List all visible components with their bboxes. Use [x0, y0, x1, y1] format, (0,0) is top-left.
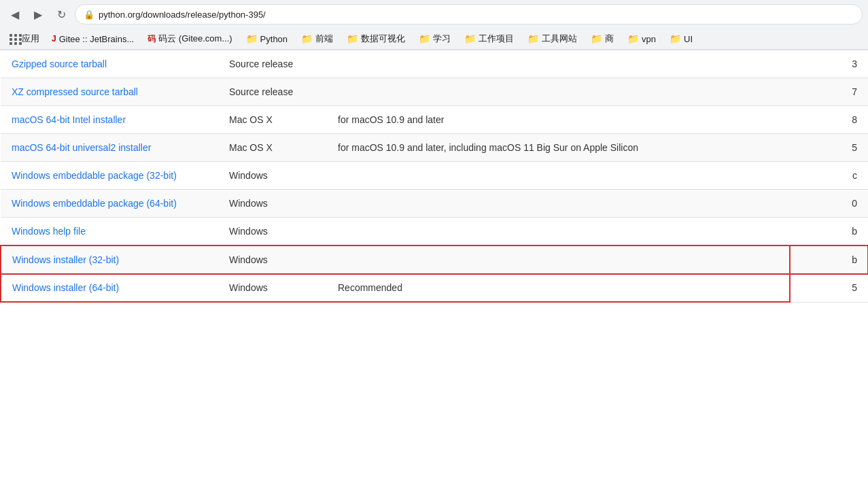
- win-installer32-desc: [327, 245, 790, 274]
- table-row: Gzipped source tarball Source release 3: [1, 50, 868, 78]
- win-installer32-link[interactable]: Windows installer (32-bit): [12, 254, 119, 265]
- table-row: Windows embeddable package (32-bit) Wind…: [1, 162, 868, 190]
- shop-label: 商: [605, 33, 614, 45]
- folder-icon-tools: 📁: [527, 33, 539, 44]
- win-installer64-desc: Recommended: [327, 274, 790, 303]
- download-table: Gzipped source tarball Source release 3 …: [0, 50, 868, 303]
- url-text: python.org/downloads/release/python-395/: [99, 10, 266, 20]
- jetbrains-icon: J: [52, 34, 56, 44]
- table-row: macOS 64-bit Intel installer Mac OS X fo…: [1, 106, 868, 134]
- macos-intel-desc: for macOS 10.9 and later: [327, 106, 790, 134]
- forward-button[interactable]: ▶: [29, 5, 48, 24]
- folder-icon-ui: 📁: [670, 33, 681, 44]
- table-row: Windows installer (64-bit) Windows Recom…: [1, 274, 868, 303]
- macos-intel-os: Mac OS X: [218, 106, 327, 134]
- folder-icon-vpn: 📁: [627, 33, 639, 44]
- win-installer32-size: b: [790, 245, 868, 274]
- bookmark-python[interactable]: 📁 Python: [241, 31, 293, 46]
- bookmarks-bar: 应用 J Gitee :: JetBrains... 码 码云 (Gitee.c…: [0, 29, 868, 50]
- jetbrains-label: Gitee :: JetBrains...: [59, 34, 135, 44]
- win-help-desc: [327, 218, 790, 246]
- ui-label: UI: [684, 34, 693, 44]
- table-row: Windows help file Windows b: [1, 218, 868, 246]
- macos-universal-size: 5: [790, 134, 868, 162]
- macos-intel-size: 8: [790, 106, 868, 134]
- macos-universal-link[interactable]: macOS 64-bit universal2 installer: [12, 142, 151, 153]
- table-row: Windows embeddable package (64-bit) Wind…: [1, 190, 868, 218]
- apps-grid-icon: [10, 34, 19, 44]
- bookmark-tools[interactable]: 📁 工具网站: [522, 31, 583, 47]
- vpn-label: vpn: [642, 34, 656, 44]
- bookmark-ui[interactable]: 📁 UI: [664, 31, 698, 46]
- gzipped-desc: [327, 50, 790, 78]
- apps-button[interactable]: 应用: [5, 31, 44, 47]
- win-embed64-link[interactable]: Windows embeddable package (64-bit): [12, 198, 177, 209]
- gitee-icon: 码: [147, 33, 156, 45]
- bookmark-gitee[interactable]: 码 码云 (Gitee.com...): [142, 31, 237, 47]
- gzipped-size: 3: [790, 50, 868, 78]
- browser-chrome: ◀ ▶ ↻ 🔒 python.org/downloads/release/pyt…: [0, 0, 868, 50]
- folder-icon-shop: 📁: [591, 33, 602, 44]
- lock-icon: 🔒: [84, 10, 94, 20]
- table-row: Windows installer (32-bit) Windows b: [1, 245, 868, 274]
- folder-icon-study: 📁: [419, 33, 430, 44]
- macos-universal-os: Mac OS X: [218, 134, 327, 162]
- gzipped-link[interactable]: Gzipped source tarball: [12, 58, 107, 69]
- win-embed64-desc: [327, 190, 790, 218]
- win-help-os: Windows: [218, 218, 327, 246]
- xz-size: 7: [790, 78, 868, 106]
- refresh-button[interactable]: ↻: [52, 5, 71, 24]
- xz-desc: [327, 78, 790, 106]
- bookmark-jetbrains[interactable]: J Gitee :: JetBrains...: [46, 32, 139, 46]
- win-help-size: b: [790, 218, 868, 246]
- address-bar[interactable]: 🔒 python.org/downloads/release/python-39…: [75, 4, 863, 24]
- win-embed32-os: Windows: [218, 162, 327, 190]
- gzipped-os: Source release: [218, 50, 327, 78]
- win-embed32-size: c: [790, 162, 868, 190]
- win-installer64-link[interactable]: Windows installer (64-bit): [12, 282, 119, 293]
- project-label: 工作项目: [479, 33, 514, 45]
- frontend-label: 前端: [315, 33, 333, 45]
- nav-bar: ◀ ▶ ↻ 🔒 python.org/downloads/release/pyt…: [0, 0, 868, 29]
- win-embed32-desc: [327, 162, 790, 190]
- study-label: 学习: [433, 33, 451, 45]
- win-installer32-os: Windows: [229, 254, 268, 265]
- dataviz-label: 数据可视化: [361, 33, 405, 45]
- bookmark-vpn[interactable]: 📁 vpn: [622, 31, 661, 46]
- win-embed64-os: Windows: [218, 190, 327, 218]
- back-button[interactable]: ◀: [5, 5, 24, 24]
- bookmark-project[interactable]: 📁 工作项目: [459, 31, 519, 47]
- apps-label: 应用: [22, 33, 39, 45]
- bookmark-dataviz[interactable]: 📁 数据可视化: [341, 31, 411, 47]
- xz-os: Source release: [218, 78, 327, 106]
- xz-link[interactable]: XZ compressed source tarball: [12, 86, 138, 97]
- table-row: macOS 64-bit universal2 installer Mac OS…: [1, 134, 868, 162]
- table-row: XZ compressed source tarball Source rele…: [1, 78, 868, 106]
- win-embed32-link[interactable]: Windows embeddable package (32-bit): [12, 170, 177, 181]
- bookmark-frontend[interactable]: 📁 前端: [296, 31, 338, 47]
- macos-universal-desc: for macOS 10.9 and later, including macO…: [327, 134, 790, 162]
- win-installer64-size: 5: [790, 274, 868, 303]
- win-help-link[interactable]: Windows help file: [12, 226, 86, 237]
- win-installer64-os: Windows: [229, 282, 268, 293]
- page-content: Gzipped source tarball Source release 3 …: [0, 50, 868, 492]
- bookmark-shop[interactable]: 📁 商: [585, 31, 619, 47]
- win-embed64-size: 0: [790, 190, 868, 218]
- bookmark-study[interactable]: 📁 学习: [413, 31, 456, 47]
- folder-icon-python: 📁: [246, 33, 258, 44]
- python-label: Python: [260, 34, 288, 44]
- folder-icon-frontend: 📁: [301, 33, 313, 44]
- gitee-label: 码云 (Gitee.com...): [158, 33, 232, 45]
- tools-label: 工具网站: [542, 33, 577, 45]
- folder-icon-dataviz: 📁: [347, 33, 358, 44]
- macos-intel-link[interactable]: macOS 64-bit Intel installer: [12, 114, 126, 125]
- folder-icon-project: 📁: [464, 33, 476, 44]
